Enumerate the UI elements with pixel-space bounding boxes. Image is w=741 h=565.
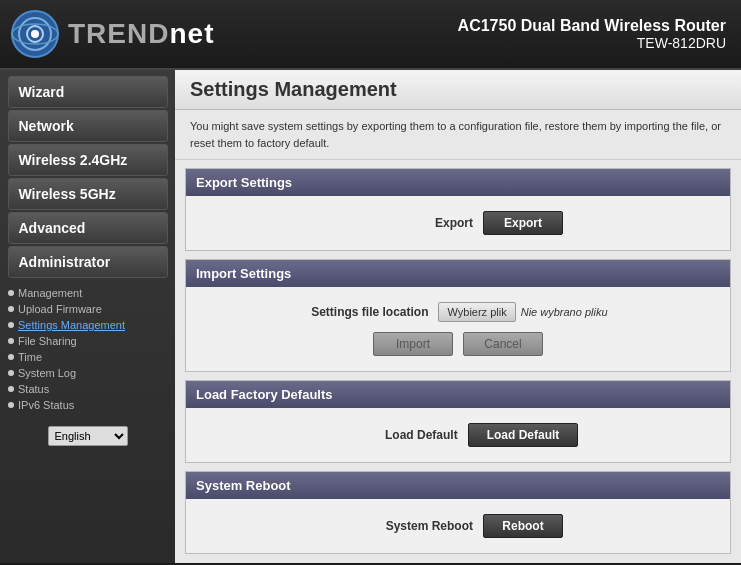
export-settings-body: Export Export <box>186 196 730 250</box>
submenu: Management Upload Firmware Settings Mana… <box>0 280 175 418</box>
load-default-label: Load Default <box>338 428 458 442</box>
file-none-label: Nie wybrano pliku <box>521 306 608 318</box>
export-label: Export <box>353 216 473 230</box>
submenu-file-sharing[interactable]: File Sharing <box>8 333 167 349</box>
system-reboot-header: System Reboot <box>186 472 730 499</box>
submenu-system-log[interactable]: System Log <box>8 365 167 381</box>
submenu-status[interactable]: Status <box>8 381 167 397</box>
export-settings-section: Export Settings Export Export <box>185 168 731 251</box>
factory-defaults-body: Load Default Load Default <box>186 408 730 462</box>
nav-advanced[interactable]: Advanced <box>8 212 168 244</box>
system-reboot-section: System Reboot System Reboot Reboot <box>185 471 731 554</box>
dot-icon <box>8 386 14 392</box>
dot-icon <box>8 322 14 328</box>
reboot-button[interactable]: Reboot <box>483 514 563 538</box>
system-reboot-body: System Reboot Reboot <box>186 499 730 553</box>
nav-administrator[interactable]: Administrator <box>8 246 168 278</box>
dot-icon <box>8 354 14 360</box>
system-reboot-label: System Reboot <box>353 519 473 533</box>
cancel-button[interactable]: Cancel <box>463 332 543 356</box>
description-text: You might save system settings by export… <box>175 110 741 160</box>
submenu-upload-firmware[interactable]: Upload Firmware <box>8 301 167 317</box>
export-button[interactable]: Export <box>483 211 563 235</box>
nav-wireless24[interactable]: Wireless 2.4GHz <box>8 144 168 176</box>
factory-field-row: Load Default Load Default <box>201 418 715 452</box>
export-settings-header: Export Settings <box>186 169 730 196</box>
sidebar: Wizard Network Wireless 2.4GHz Wireless … <box>0 70 175 563</box>
product-line: AC1750 Dual Band Wireless Router <box>458 17 726 35</box>
header: TRENDnet AC1750 Dual Band Wireless Route… <box>0 0 741 70</box>
logo-area: TRENDnet <box>10 9 214 59</box>
model-number: TEW-812DRU <box>458 35 726 51</box>
reboot-field-row: System Reboot Reboot <box>201 509 715 543</box>
submenu-management[interactable]: Management <box>8 285 167 301</box>
dot-icon <box>8 370 14 376</box>
choose-file-button[interactable]: Wybierz plik <box>438 302 515 322</box>
import-button[interactable]: Import <box>373 332 453 356</box>
nav-wireless5[interactable]: Wireless 5GHz <box>8 178 168 210</box>
svg-point-4 <box>31 30 39 38</box>
submenu-ipv6-status[interactable]: IPv6 Status <box>8 397 167 413</box>
dot-icon <box>8 402 14 408</box>
import-file-row: Settings file location Wybierz plik Nie … <box>201 297 715 327</box>
export-field-row: Export Export <box>201 206 715 240</box>
content-area: Settings Management You might save syste… <box>175 70 741 563</box>
dot-icon <box>8 306 14 312</box>
main-layout: Wizard Network Wireless 2.4GHz Wireless … <box>0 70 741 563</box>
page-title: Settings Management <box>175 70 741 110</box>
submenu-settings-management[interactable]: Settings Management <box>8 317 167 333</box>
import-settings-section: Import Settings Settings file location W… <box>185 259 731 372</box>
factory-defaults-header: Load Factory Defaults <box>186 381 730 408</box>
file-input-area: Wybierz plik Nie wybrano pliku <box>438 302 607 322</box>
factory-defaults-section: Load Factory Defaults Load Default Load … <box>185 380 731 463</box>
import-settings-body: Settings file location Wybierz plik Nie … <box>186 287 730 371</box>
nav-wizard[interactable]: Wizard <box>8 76 168 108</box>
router-info: AC1750 Dual Band Wireless Router TEW-812… <box>458 17 726 51</box>
nav-network[interactable]: Network <box>8 110 168 142</box>
logo-text: TRENDnet <box>68 18 214 50</box>
dot-icon <box>8 290 14 296</box>
load-default-button[interactable]: Load Default <box>468 423 579 447</box>
settings-file-label: Settings file location <box>308 305 428 319</box>
dot-icon <box>8 338 14 344</box>
trendnet-logo-icon <box>10 9 60 59</box>
import-action-row: Import Cancel <box>201 327 715 361</box>
submenu-time[interactable]: Time <box>8 349 167 365</box>
import-settings-header: Import Settings <box>186 260 730 287</box>
language-select[interactable]: English <box>48 426 128 446</box>
